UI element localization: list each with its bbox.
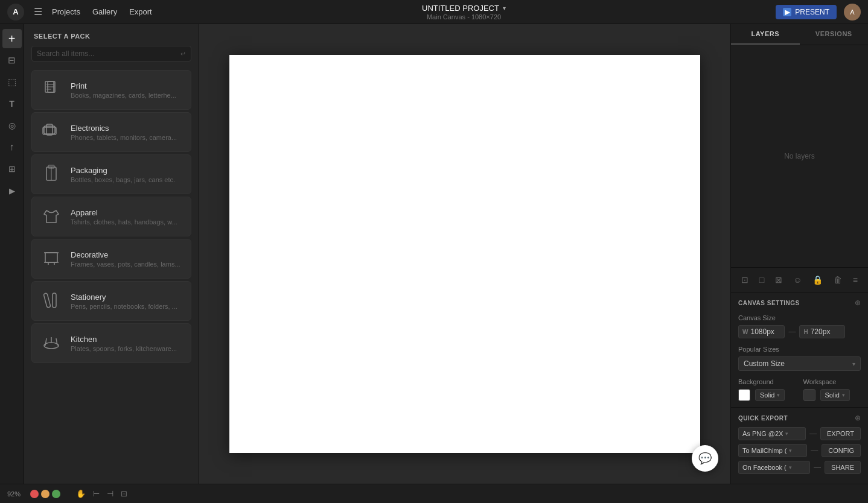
height-input[interactable]	[811, 327, 841, 336]
export-button-1[interactable]: EXPORT	[820, 427, 861, 440]
sidebar-item-upload[interactable]: ↑	[2, 138, 22, 157]
export-format-select-2[interactable]: To MailChimp ( ▾	[738, 444, 807, 457]
canvas-area[interactable]: 💬	[199, 24, 730, 484]
sidebar-item-text[interactable]: T	[2, 94, 22, 113]
export-row-3: On Facebook ( ▾ — SHARE	[738, 461, 861, 474]
pack-list: Print Books, magazines, cards, letterhe.…	[24, 68, 199, 484]
quick-export-collapse[interactable]: ⊕	[855, 414, 861, 422]
project-title[interactable]: UNTITLED PROJECT ▾	[422, 4, 506, 13]
list-item[interactable]: Stationery Pens, pencils, notebooks, fol…	[31, 281, 191, 321]
layer-action-lock[interactable]: 🔒	[810, 273, 825, 287]
pack-kitchen-text: Kitchen Plates, spoons, forks, kitchenwa…	[71, 335, 177, 352]
workspace-color-swatch[interactable]	[803, 389, 815, 401]
list-item[interactable]: Kitchen Plates, spoons, forks, kitchenwa…	[31, 323, 191, 363]
project-dropdown-icon: ▾	[503, 5, 506, 11]
layer-action-add[interactable]: □	[757, 273, 767, 287]
layer-action-duplicate[interactable]: ⊠	[773, 273, 785, 287]
background-group: Background Solid ▾	[738, 378, 796, 401]
layer-action-delete[interactable]: 🗑	[831, 273, 844, 287]
workspace-color-row: Solid ▾	[803, 389, 861, 401]
topbar: A ☰ Projects Gallery Export UNTITLED PRO…	[0, 0, 868, 24]
svg-line-19	[45, 338, 46, 346]
sidebar-item-image[interactable]: ⬚	[2, 72, 22, 92]
search-box[interactable]: ↵	[31, 46, 191, 62]
user-avatar[interactable]: A	[844, 4, 861, 21]
app-logo[interactable]: A	[7, 4, 24, 21]
nav-gallery[interactable]: Gallery	[92, 7, 117, 16]
right-tabs: LAYERS VERSIONS	[731, 24, 868, 45]
fit-height-tool[interactable]: ⊣	[106, 488, 115, 499]
search-input[interactable]	[37, 49, 177, 58]
sidebar-item-video[interactable]: ▶	[2, 181, 22, 200]
layer-action-select[interactable]: ⊡	[739, 273, 751, 287]
export-format-value-1: As PNG @2X	[742, 430, 783, 437]
list-item[interactable]: Print Books, magazines, cards, letterhe.…	[31, 70, 191, 110]
background-workspace-row: Background Solid ▾ Workspace	[738, 378, 861, 401]
pack-electronics-name: Electronics	[71, 124, 177, 133]
svg-rect-17	[53, 293, 56, 308]
tab-layers[interactable]: LAYERS	[731, 24, 800, 45]
pack-electronics-text: Electronics Phones, tablets, monitors, c…	[71, 124, 177, 141]
background-type-select[interactable]: Solid ▾	[755, 389, 785, 401]
main-layout: + ⊟ ⬚ T ◎ ↑ ⊞ ▶ SELECT A PACK ↵ Print Bo…	[0, 24, 868, 484]
export-button-2[interactable]: CONFIG	[822, 444, 861, 457]
sidebar-item-add[interactable]: +	[2, 29, 22, 48]
pack-decorative-icon	[39, 247, 63, 271]
pack-panel: SELECT A PACK ↵ Print Books, magazines, …	[24, 24, 199, 484]
pack-stationery-desc: Pens, pencils, notebooks, folders, ...	[71, 303, 177, 310]
width-input-group[interactable]: W	[738, 325, 785, 338]
layer-action-more[interactable]: ≡	[850, 273, 860, 287]
zoom-dot-green[interactable]	[52, 490, 60, 498]
export-format-arrow-1: ▾	[785, 431, 788, 437]
fit-width-tool[interactable]: ⊢	[92, 488, 101, 499]
menu-icon[interactable]: ☰	[34, 6, 42, 17]
svg-line-21	[56, 338, 57, 346]
layers-area: No layers	[731, 45, 868, 268]
sidebar-item-effects[interactable]: ◎	[2, 116, 22, 135]
zoom-dot-yellow[interactable]	[41, 490, 49, 498]
export-format-arrow-3: ▾	[789, 464, 792, 470]
height-input-group[interactable]: H	[799, 325, 844, 338]
sidebar-item-layers[interactable]: ⊟	[2, 51, 22, 70]
zoom-dot-red[interactable]	[30, 490, 39, 498]
pack-electronics-icon	[39, 120, 63, 144]
layer-action-emoji[interactable]: ☺	[791, 273, 804, 287]
fit-canvas-tool[interactable]: ⊡	[120, 488, 129, 499]
nav-export[interactable]: Export	[129, 7, 152, 16]
pack-kitchen-icon	[39, 331, 63, 355]
canvas-white[interactable]	[229, 55, 700, 453]
background-color-swatch[interactable]	[738, 389, 750, 401]
list-item[interactable]: Electronics Phones, tablets, monitors, c…	[31, 112, 191, 152]
canvas-settings-collapse[interactable]: ⊕	[855, 299, 861, 307]
pack-kitchen-desc: Plates, spoons, forks, kitchenware...	[71, 345, 177, 352]
chat-button[interactable]: 💬	[692, 445, 718, 472]
pack-stationery-text: Stationery Pens, pencils, notebooks, fol…	[71, 293, 177, 310]
canvas-size-row: Canvas Size W — H	[738, 314, 861, 338]
popular-sizes-row: Popular Sizes Custom Size ▾	[738, 346, 861, 371]
workspace-type-arrow-icon: ▾	[842, 392, 845, 398]
project-name: UNTITLED PROJECT	[422, 4, 499, 13]
export-format-select-3[interactable]: On Facebook ( ▾	[738, 461, 810, 474]
pack-packaging-text: Packaging Bottles, boxes, bags, jars, ca…	[71, 166, 175, 183]
popular-sizes-select[interactable]: Custom Size ▾	[738, 356, 861, 371]
present-button[interactable]: ▶ PRESENT	[776, 5, 837, 19]
background-color-row: Solid ▾	[738, 389, 796, 401]
hand-tool[interactable]: ✋	[75, 488, 87, 499]
tab-versions[interactable]: VERSIONS	[800, 24, 869, 45]
workspace-type-select[interactable]: Solid ▾	[820, 389, 850, 401]
left-sidebar: + ⊟ ⬚ T ◎ ↑ ⊞ ▶	[0, 24, 24, 484]
width-input[interactable]	[750, 327, 780, 336]
pack-stationery-icon	[39, 289, 63, 313]
nav-projects[interactable]: Projects	[52, 7, 80, 16]
list-item[interactable]: Apparel Tshirts, clothes, hats, handbags…	[31, 197, 191, 236]
list-item[interactable]: Decorative Frames, vases, pots, candles,…	[31, 239, 191, 279]
present-icon: ▶	[783, 8, 791, 16]
pack-decorative-name: Decorative	[71, 250, 180, 259]
export-format-select-1[interactable]: As PNG @2X ▾	[738, 427, 806, 440]
sidebar-item-stack[interactable]: ⊞	[2, 159, 22, 179]
export-button-3[interactable]: SHARE	[825, 461, 861, 474]
topbar-nav: Projects Gallery Export	[52, 7, 152, 16]
list-item[interactable]: Packaging Bottles, boxes, bags, jars, ca…	[31, 154, 191, 194]
pack-print-desc: Books, magazines, cards, letterhe...	[71, 92, 176, 99]
search-return-icon[interactable]: ↵	[180, 50, 186, 58]
